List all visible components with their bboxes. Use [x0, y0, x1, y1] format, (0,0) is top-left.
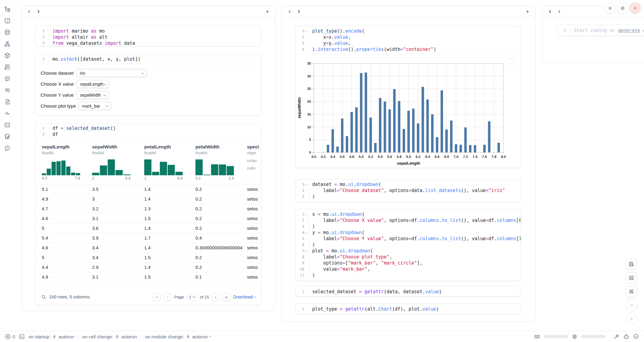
- code-editor[interactable]: 1selected_dataset = getattr(data, datase…: [295, 287, 521, 297]
- dependency-graph-icon[interactable]: [4, 40, 11, 48]
- terminal-button[interactable]: [19, 334, 25, 340]
- column-header[interactable]: sepalWidthfloat6424.4: [92, 144, 144, 180]
- dropdown-select[interactable]: sepalWidth: [77, 91, 109, 99]
- fold-chevron-icon[interactable]: [304, 30, 308, 33]
- column-header[interactable]: speciobjecuniqunulls:: [247, 144, 261, 180]
- fold-chevron-icon[interactable]: [304, 231, 308, 234]
- column-prev-button[interactable]: [286, 8, 294, 16]
- documentation-icon[interactable]: [4, 98, 11, 105]
- errors-indicator[interactable]: 0: [5, 334, 15, 340]
- settings-gear-icon[interactable]: [617, 2, 628, 14]
- bar: [431, 114, 434, 152]
- column-next-button[interactable]: [555, 8, 563, 16]
- code-text[interactable]: plot = mo.ui.dropdown(: [309, 248, 373, 254]
- help-icon[interactable]: ?: [4, 144, 11, 152]
- last-page-button[interactable]: »: [223, 293, 231, 301]
- add-cell-button[interactable]: [263, 8, 271, 16]
- file-explorer-icon[interactable]: [4, 5, 11, 13]
- code-text[interactable]: import marimo as mo: [49, 28, 105, 34]
- save-button[interactable]: [626, 258, 637, 270]
- code-text[interactable]: y = mo.ui.dropdown(: [309, 230, 365, 236]
- code-text[interactable]: x=x.value,: [309, 34, 351, 40]
- packages-icon[interactable]: [4, 52, 11, 59]
- tracing-icon[interactable]: [4, 110, 11, 117]
- ai-chat-icon[interactable]: [4, 75, 11, 82]
- on-startup-setting[interactable]: on startup: autorun: [29, 334, 74, 339]
- page-select[interactable]: 1: [187, 294, 197, 301]
- code-text[interactable]: label="Choose plot type",: [309, 254, 392, 260]
- code-text[interactable]: ): [309, 272, 315, 278]
- generate-link[interactable]: generate: [618, 28, 640, 33]
- code-text[interactable]: dataset = mo.ui.dropdown(: [309, 181, 381, 187]
- column-prev-button[interactable]: [546, 8, 554, 16]
- fold-chevron-icon[interactable]: [304, 249, 308, 253]
- code-text[interactable]: options=["mark_bar", "mark_circle"],: [309, 260, 422, 266]
- snippets-icon[interactable]: [4, 121, 11, 129]
- stop-button[interactable]: [626, 300, 637, 311]
- window-buttons: [604, 2, 641, 14]
- keyboard-shortcuts-button[interactable]: ⌘: [626, 286, 637, 297]
- scratchpad-icon[interactable]: [4, 133, 11, 140]
- dropdown-select[interactable]: mark_bar: [79, 102, 111, 110]
- menu-button[interactable]: [604, 2, 616, 14]
- ai-assistant-icon[interactable]: [623, 333, 629, 340]
- layout-button[interactable]: [626, 272, 637, 283]
- code-text[interactable]: x = mo.ui.dropdown(: [309, 211, 365, 217]
- code-text[interactable]: mo.vstack([dataset, x, y, plot]): [49, 56, 141, 62]
- code-text[interactable]: ).interactive().properties(width="contai…: [309, 46, 436, 52]
- code-editor[interactable]: 1plot_type = getattr(alt.Chart(df), plot…: [295, 304, 521, 314]
- add-cell-button[interactable]: [524, 8, 531, 16]
- ai-sparkles-icon[interactable]: [614, 333, 620, 340]
- code-line: 3): [295, 194, 521, 200]
- fold-chevron-icon[interactable]: [304, 213, 308, 216]
- column-header[interactable]: petalWidthfloat640.12.5: [195, 144, 247, 180]
- shutdown-button[interactable]: [629, 2, 641, 14]
- code-text[interactable]: selected_dataset = getattr(data, dataset…: [309, 289, 442, 295]
- download-button[interactable]: Download: [233, 294, 256, 299]
- first-page-button[interactable]: «: [153, 293, 161, 301]
- search-list-icon[interactable]: [4, 87, 11, 94]
- column-next-button[interactable]: [34, 8, 42, 16]
- functions-icon[interactable]: ƒ: [4, 17, 11, 24]
- dropdown-select[interactable]: sepalLength: [77, 80, 109, 88]
- code-editor[interactable]: 1dataset = mo.ui.dropdown(2 label="Choos…: [295, 180, 521, 201]
- connection-status-icon[interactable]: [633, 333, 639, 340]
- code-text[interactable]: ): [309, 242, 315, 248]
- on-module-change-setting[interactable]: on module change: autorun: [145, 334, 211, 339]
- code-text[interactable]: plot_type().encode(: [309, 28, 365, 34]
- code-text[interactable]: value="mark_bar",: [309, 266, 370, 272]
- column-next-button[interactable]: [295, 8, 303, 16]
- prev-page-button[interactable]: ‹: [163, 293, 171, 301]
- dropdown-select[interactable]: iris: [77, 69, 147, 77]
- code-text[interactable]: label="Choose dataset", options=data.lis…: [309, 187, 505, 194]
- code-editor[interactable]: 1mo.vstack([dataset, x, y, plot]): [36, 54, 261, 64]
- code-text[interactable]: plot_type = getattr(alt.Chart(df), plot.…: [309, 306, 439, 312]
- code-editor[interactable]: 1 Start coding or generate with: [557, 25, 644, 36]
- chart-menu-button[interactable]: ···: [506, 58, 516, 68]
- column-header[interactable]: petalLengthfloat6416.9: [144, 144, 195, 180]
- code-text[interactable]: label="Choose X value", options=df.colum…: [309, 217, 521, 223]
- plot-svg[interactable]: 4.04.24.44.64.85.05.25.45.65.86.06.26.46…: [297, 55, 514, 168]
- search-icon[interactable]: [41, 294, 46, 300]
- code-editor[interactable]: 1import marimo as mo2import altair as al…: [36, 26, 261, 46]
- column-prev-button[interactable]: [25, 8, 33, 16]
- code-text[interactable]: label="Choose Y value", options=df.colum…: [309, 236, 521, 242]
- datasources-icon[interactable]: [4, 29, 11, 36]
- code-editor[interactable]: 1x = mo.ui.dropdown(2 label="Choose X va…: [295, 209, 521, 280]
- code-text[interactable]: ): [309, 223, 315, 230]
- code-text[interactable]: y=y.value,: [309, 40, 351, 46]
- logs-icon[interactable]: [4, 63, 11, 71]
- next-page-button[interactable]: ›: [212, 293, 220, 301]
- fold-chevron-icon[interactable]: [304, 183, 308, 186]
- run-button[interactable]: [626, 313, 637, 324]
- code-editor[interactable]: 1plot_type().encode(2 x=x.value,3 y=y.va…: [295, 26, 521, 54]
- column-header[interactable]: sepalLengthfloat644.37.9: [42, 144, 92, 180]
- editor-placeholder[interactable]: Start coding or generate with: [571, 27, 644, 34]
- on-cell-change-setting[interactable]: on cell change: autorun: [82, 334, 137, 339]
- code-text[interactable]: df: [49, 131, 58, 137]
- code-text[interactable]: from vega_datasets import data: [49, 40, 135, 46]
- code-text[interactable]: df = selected_dataset(): [49, 125, 116, 131]
- code-text[interactable]: import altair as alt: [49, 34, 108, 40]
- code-text[interactable]: ): [309, 194, 315, 200]
- code-editor[interactable]: 1df = selected_dataset()2df: [36, 123, 261, 139]
